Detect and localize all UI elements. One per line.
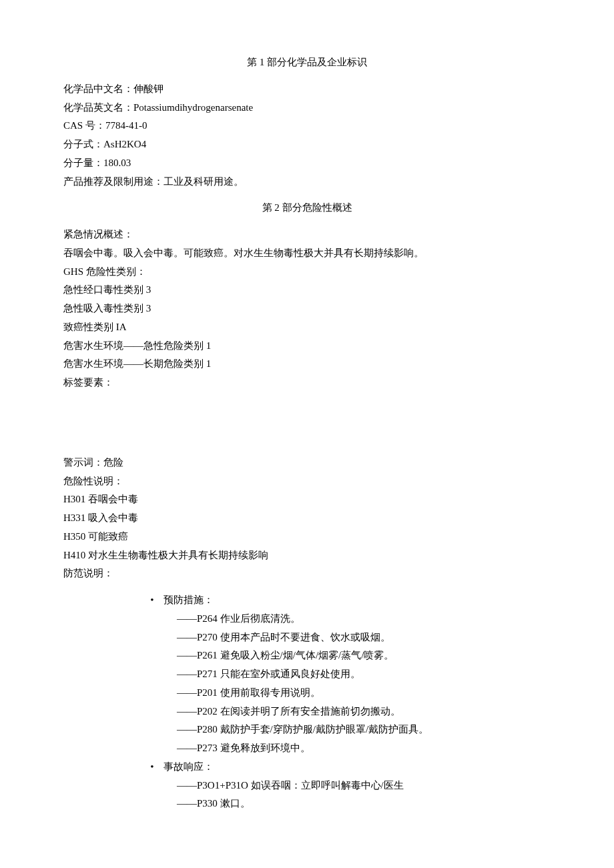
ghs-oral-toxicity: 急性经口毒性类别 3 [63, 281, 551, 300]
signal-word: 警示词：危险 [63, 454, 551, 472]
precaution-header: 预防措施： [164, 591, 214, 610]
hazard-h301: H301 吞咽会中毒 [63, 490, 551, 509]
precautionary-label: 防范说明： [63, 564, 551, 583]
precaution-item: ——P202 在阅读并明了所有安全措施前切勿搬动。 [63, 703, 551, 721]
emergency-overview-text: 吞咽会中毒。吸入会中毒。可能致癌。对水生生物毒性极大并具有长期持续影响。 [63, 244, 551, 263]
response-item: ——P3O1+P31O 如误吞咽：立即呼叫解毒中心/医生 [63, 777, 551, 795]
precaution-item: ——P261 避免吸入粉尘/烟/气体/烟雾/蒸气/喷雾。 [63, 646, 551, 665]
precaution-item: ——P201 使用前取得专用说明。 [63, 684, 551, 703]
bullet-icon: • [150, 758, 154, 777]
precaution-header-row: • 预防措施： [63, 591, 551, 610]
section-1-fields: 化学品中文名：伸酸钾 化学品英文名：Potassiumdihydrogenars… [63, 80, 551, 191]
bullet-icon: • [150, 591, 154, 610]
hazard-statement-label: 危险性说明： [63, 472, 551, 491]
hazard-h331: H331 吸入会中毒 [63, 509, 551, 528]
precaution-item: ——P264 作业后彻底清洗。 [63, 610, 551, 628]
response-header-row: • 事故响应： [63, 758, 551, 777]
response-header: 事故响应： [164, 758, 214, 777]
section-2-block-2: 警示词：危险 危险性说明： H301 吞咽会中毒 H331 吸入会中毒 H350… [63, 454, 551, 583]
molecular-formula: 分子式：AsH2KO4 [63, 135, 551, 154]
cas-number: CAS 号：7784-41-0 [63, 117, 551, 135]
precaution-item: ——P273 避免释放到环境中。 [63, 739, 551, 758]
ghs-inhalation-toxicity: 急性吸入毒性类别 3 [63, 300, 551, 318]
chemical-name-en: 化学品英文名：Potassiumdihydrogenarsenate [63, 99, 551, 117]
label-elements: 标签要素： [63, 374, 551, 392]
response-item: ——P330 漱口。 [63, 795, 551, 813]
section-1-title: 第 1 部分化学品及企业标识 [63, 53, 551, 72]
precaution-item: ——P280 戴防护手套/穿防护服/戴防护眼罩/戴防护面具。 [63, 721, 551, 739]
precaution-item: ——P270 使用本产品时不要进食、饮水或吸烟。 [63, 628, 551, 647]
section-2-title: 第 2 部分危险性概述 [63, 199, 551, 218]
hazard-h350: H350 可能致癌 [63, 528, 551, 546]
pictogram-placeholder [63, 400, 551, 454]
molecular-weight: 分子量：180.03 [63, 154, 551, 173]
chemical-name-cn: 化学品中文名：伸酸钾 [63, 80, 551, 99]
ghs-carcinogenicity: 致癌性类别 IA [63, 318, 551, 337]
emergency-overview-label: 紧急情况概述： [63, 226, 551, 244]
ghs-aquatic-chronic: 危害水生环境——长期危险类别 1 [63, 355, 551, 374]
recommended-use: 产品推荐及限制用途：工业及科研用途。 [63, 173, 551, 191]
precaution-item: ——P271 只能在室外或通风良好处使用。 [63, 665, 551, 684]
section-2-block-1: 紧急情况概述： 吞咽会中毒。吸入会中毒。可能致癌。对水生生物毒性极大并具有长期持… [63, 226, 551, 392]
ghs-aquatic-acute: 危害水生环境——急性危险类别 1 [63, 337, 551, 356]
hazard-h410: H410 对水生生物毒性极大并具有长期持续影响 [63, 546, 551, 565]
ghs-category-label: GHS 危险性类别： [63, 263, 551, 282]
